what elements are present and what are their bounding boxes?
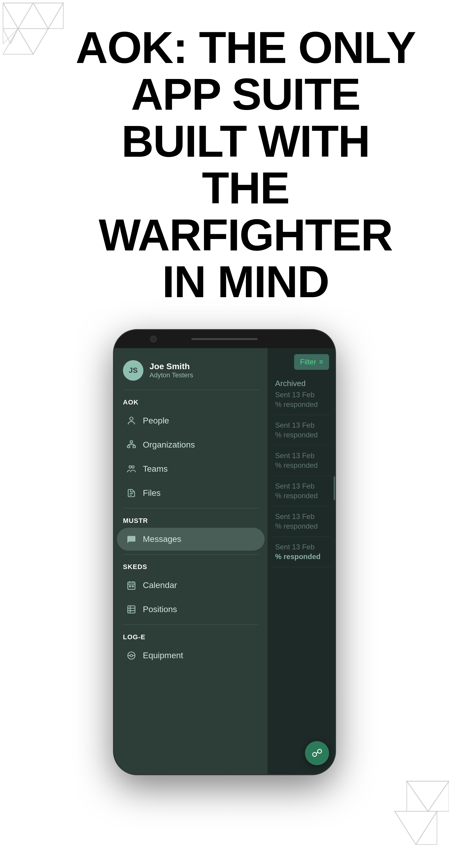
svg-rect-25 <box>132 586 133 587</box>
right-panel: Filter ≡ Archived Sent 13 Feb % responde… <box>267 348 335 774</box>
phone-camera <box>150 336 157 342</box>
svg-rect-26 <box>128 606 135 613</box>
files-icon <box>126 488 137 498</box>
equipment-icon <box>126 650 137 661</box>
phone-notch-bar <box>191 338 258 340</box>
svg-rect-10 <box>127 446 130 448</box>
msg-date: Sent 13 Feb <box>275 482 327 490</box>
positions-label: Positions <box>143 604 177 614</box>
equipment-label: Equipment <box>143 651 183 660</box>
list-item[interactable]: Sent 13 Feb % responded <box>272 476 330 506</box>
list-item[interactable]: Sent 13 Feb % responded <box>272 506 330 537</box>
right-panel-header: Filter ≡ <box>267 348 335 373</box>
divider-2 <box>123 508 259 508</box>
sidebar-item-messages[interactable]: Messages <box>117 528 264 551</box>
calendar-label: Calendar <box>143 581 177 590</box>
messages-icon <box>126 534 137 545</box>
list-item[interactable]: Archived Sent 13 Feb % responded <box>272 373 330 415</box>
organizations-label: Organizations <box>143 440 195 450</box>
section-skeds-label: SKEDS <box>114 558 267 573</box>
filter-icon: ≡ <box>319 358 323 366</box>
msg-date: Sent 13 Feb <box>275 513 327 521</box>
section-mustr-label: MUSTR <box>114 512 267 527</box>
svg-rect-20 <box>128 582 135 590</box>
msg-date: Sent 13 Feb <box>275 543 327 551</box>
people-label: People <box>143 416 169 426</box>
teams-label: Teams <box>143 464 167 474</box>
person-icon <box>126 415 137 426</box>
msg-date: Sent 13 Feb <box>275 421 327 430</box>
sidebar-item-organizations[interactable]: Organizations <box>117 433 264 456</box>
archived-label: Archived <box>275 379 327 388</box>
list-item[interactable]: Sent 13 Feb % responded <box>272 537 330 567</box>
messages-label: Messages <box>143 534 182 544</box>
msg-responded: % responded <box>275 522 327 530</box>
teams-icon <box>126 464 137 474</box>
sidebar: JS Joe Smith Adyton Testers AOK People <box>114 348 267 774</box>
svg-rect-9 <box>130 441 133 443</box>
compose-icon: ☍ <box>312 747 322 760</box>
sidebar-item-positions[interactable]: Positions <box>117 598 264 621</box>
svg-point-16 <box>129 466 131 468</box>
phone-frame: JS Joe Smith Adyton Testers AOK People <box>113 329 336 775</box>
phone-top-bar <box>114 330 335 348</box>
svg-rect-24 <box>129 586 130 587</box>
msg-responded: % responded <box>275 492 327 500</box>
sidebar-item-people[interactable]: People <box>117 409 264 432</box>
msg-responded: % responded <box>275 461 327 470</box>
list-item[interactable]: Sent 13 Feb % responded <box>272 415 330 445</box>
user-name: Joe Smith <box>150 362 193 371</box>
hero-section: AOK: THE ONLY APP SUITE BUILT WITH THE W… <box>0 0 449 323</box>
filter-label: Filter <box>300 358 316 366</box>
list-item[interactable]: Sent 13 Feb % responded <box>272 445 330 476</box>
hero-title: AOK: THE ONLY APP SUITE BUILT WITH THE W… <box>72 24 419 305</box>
divider-4 <box>123 624 259 625</box>
sidebar-item-calendar[interactable]: Calendar <box>117 574 264 597</box>
message-list: Archived Sent 13 Feb % responded Sent 13… <box>267 373 335 774</box>
org-icon <box>126 439 137 450</box>
filter-button[interactable]: Filter ≡ <box>294 354 329 370</box>
msg-date: Sent 13 Feb <box>275 452 327 460</box>
positions-icon <box>126 604 137 615</box>
sidebar-item-teams[interactable]: Teams <box>117 458 264 480</box>
msg-date: Sent 13 Feb <box>275 391 327 399</box>
svg-point-17 <box>132 466 134 468</box>
avatar: JS <box>123 360 143 381</box>
svg-rect-11 <box>133 446 135 448</box>
section-aok-label: AOK <box>114 393 267 409</box>
svg-point-8 <box>130 417 133 421</box>
compose-fab-button[interactable]: ☍ <box>305 741 329 765</box>
section-loge-label: LOG-E <box>114 628 267 644</box>
phone-screen: JS Joe Smith Adyton Testers AOK People <box>114 348 335 774</box>
scroll-indicator <box>333 476 335 500</box>
msg-responded: % responded <box>275 431 327 439</box>
user-org: Adyton Testers <box>150 371 193 379</box>
svg-point-31 <box>130 654 133 657</box>
sidebar-item-equipment[interactable]: Equipment <box>117 644 264 667</box>
user-info: Joe Smith Adyton Testers <box>150 362 193 379</box>
phone-wrapper: JS Joe Smith Adyton Testers AOK People <box>0 323 449 868</box>
files-label: Files <box>143 488 161 498</box>
user-profile: JS Joe Smith Adyton Testers <box>114 357 267 387</box>
divider-3 <box>123 554 259 555</box>
calendar-icon <box>126 580 137 591</box>
msg-responded: % responded <box>275 400 327 409</box>
msg-responded-bold: % responded <box>275 553 327 561</box>
sidebar-item-files[interactable]: Files <box>117 482 264 504</box>
